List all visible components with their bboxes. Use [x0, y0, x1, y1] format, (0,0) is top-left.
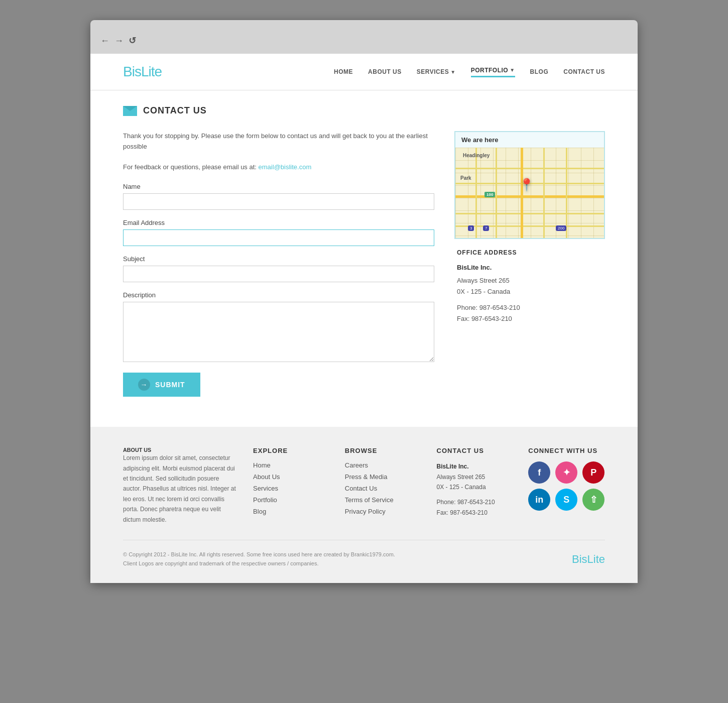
- map-container: We are here: [454, 131, 605, 239]
- footer-contact-title: CONTACT US: [437, 447, 514, 454]
- intro-text-2: For feedback or questions, please email …: [123, 162, 434, 173]
- section-title: CONTACT US: [123, 105, 605, 116]
- logo-light: Lite: [141, 64, 162, 79]
- footer-contact: CONTACT US BisLite Inc. Always Street 26…: [437, 447, 514, 525]
- pinterest-icon[interactable]: P: [582, 461, 604, 484]
- map-visual: 100 3 7 200 Headingley Park 📍: [455, 148, 604, 238]
- footer-logo[interactable]: BisLite: [572, 553, 605, 566]
- name-label: Name: [123, 183, 434, 190]
- share-icon[interactable]: ⇧: [582, 489, 604, 511]
- contact-form: Name Email Address Subject: [123, 183, 434, 397]
- contact-intro: Thank you for stopping by. Please use th…: [123, 131, 434, 173]
- footer-contact-phone: Phone: 987-6543-210: [437, 497, 514, 507]
- footer-bottom: © Copyright 2012 - BisLite Inc. All righ…: [123, 540, 605, 568]
- explore-services[interactable]: Services: [253, 485, 278, 492]
- subject-input[interactable]: [123, 266, 434, 282]
- submit-button[interactable]: → SUBMIT: [123, 373, 200, 397]
- footer-about-text: Lorem ipsum dolor sit amet, consectetur …: [123, 453, 238, 525]
- footer-about-title: ABOUT US: [123, 447, 238, 453]
- footer-contact-company: BisLite Inc.: [437, 461, 514, 472]
- contact-form-column: Thank you for stopping by. Please use th…: [123, 131, 434, 397]
- site-header: BisLite HOME ABOUT US SERVICES ▼ PORTFOL…: [90, 54, 638, 90]
- dribbble-icon[interactable]: ✦: [555, 461, 577, 484]
- office-fax: Fax: 987-6543-210: [457, 313, 602, 324]
- description-label: Description: [123, 291, 434, 299]
- skype-icon[interactable]: S: [555, 489, 577, 511]
- browse-terms[interactable]: Terms of Service: [345, 496, 394, 504]
- map-label-headingley: Headingley: [463, 153, 490, 158]
- map-pin: 📍: [519, 178, 534, 192]
- footer-contact-address1: Always Street 265: [437, 472, 514, 482]
- submit-label: SUBMIT: [155, 381, 185, 389]
- footer-browse: BROWSE Careers Press & Media Contact Us …: [345, 447, 422, 525]
- browse-contact[interactable]: Contact Us: [345, 485, 377, 492]
- form-group-email: Email Address: [123, 219, 434, 246]
- subject-label: Subject: [123, 255, 434, 263]
- footer-contact-fax: Fax: 987-6543-210: [437, 508, 514, 518]
- footer-browse-list: Careers Press & Media Contact Us Terms o…: [345, 461, 422, 515]
- explore-about[interactable]: About Us: [253, 473, 280, 481]
- list-item: Privacy Policy: [345, 508, 422, 515]
- contact-email-link[interactable]: email@bislite.com: [259, 163, 312, 171]
- explore-blog[interactable]: Blog: [253, 508, 266, 515]
- form-group-description: Description: [123, 291, 434, 364]
- facebook-icon[interactable]: f: [528, 461, 550, 484]
- nav-about[interactable]: ABOUT US: [368, 68, 402, 75]
- list-item: Blog: [253, 508, 330, 515]
- main-content: CONTACT US Thank you for stopping by. Pl…: [90, 90, 638, 427]
- site-logo[interactable]: BisLite: [123, 64, 162, 80]
- contact-heading: CONTACT US: [143, 105, 207, 116]
- intro-text-1: Thank you for stopping by. Please use th…: [123, 131, 434, 152]
- office-title: OFFICE ADDRESS: [457, 249, 602, 256]
- office-address2: 0X - 125 - Canada: [457, 286, 602, 297]
- list-item: Contact Us: [345, 485, 422, 492]
- browse-privacy[interactable]: Privacy Policy: [345, 508, 386, 515]
- list-item: Terms of Service: [345, 496, 422, 504]
- refresh-button[interactable]: ↺: [129, 35, 136, 46]
- explore-portfolio[interactable]: Portfolio: [253, 496, 277, 504]
- form-group-subject: Subject: [123, 255, 434, 282]
- contact-layout: Thank you for stopping by. Please use th…: [123, 131, 605, 397]
- form-group-name: Name: [123, 183, 434, 210]
- browse-careers[interactable]: Careers: [345, 461, 368, 469]
- browse-press[interactable]: Press & Media: [345, 473, 388, 481]
- forward-button[interactable]: →: [114, 36, 124, 46]
- back-button[interactable]: ←: [100, 36, 109, 46]
- name-input[interactable]: [123, 193, 434, 210]
- linkedin-icon[interactable]: in: [528, 489, 550, 511]
- services-dropdown-arrow: ▼: [450, 69, 455, 75]
- office-phone: Phone: 987-6543-210: [457, 302, 602, 313]
- explore-home[interactable]: Home: [253, 461, 271, 469]
- submit-arrow-icon: →: [138, 379, 150, 391]
- map-header: We are here: [455, 132, 604, 148]
- footer-logo-bold: Bis: [572, 553, 587, 565]
- nav-portfolio[interactable]: PORTFOLIO ▼: [471, 67, 515, 77]
- site-footer: ABOUT US Lorem ipsum dolor sit amet, con…: [90, 427, 638, 583]
- email-label: Email Address: [123, 219, 434, 226]
- copyright-block: © Copyright 2012 - BisLite Inc. All righ…: [123, 550, 395, 568]
- list-item: Home: [253, 461, 330, 469]
- footer-contact-address2: 0X - 125 - Canada: [437, 482, 514, 492]
- footer-explore-list: Home About Us Services Portfolio Blog: [253, 461, 330, 515]
- nav-services[interactable]: SERVICES ▼: [417, 68, 456, 75]
- footer-explore-title: EXPLORE: [253, 447, 330, 454]
- email-input[interactable]: [123, 229, 434, 246]
- description-textarea[interactable]: [123, 302, 434, 362]
- footer-connect-title: CONNECT WITH US: [528, 447, 605, 454]
- main-nav: HOME ABOUT US SERVICES ▼ PORTFOLIO ▼ BLO…: [334, 67, 605, 77]
- logo-bold: Bis: [123, 64, 141, 79]
- list-item: About Us: [253, 473, 330, 481]
- office-address: OFFICE ADDRESS BisLite Inc. Always Stree…: [454, 249, 605, 324]
- footer-connect: CONNECT WITH US f ✦ P in S ⇧: [528, 447, 605, 525]
- nav-blog[interactable]: BLOG: [530, 68, 549, 75]
- contact-info-column: We are here: [454, 131, 605, 324]
- nav-home[interactable]: HOME: [334, 68, 353, 75]
- footer-explore: EXPLORE Home About Us Services Portfolio…: [253, 447, 330, 525]
- footer-about: ABOUT US Lorem ipsum dolor sit amet, con…: [123, 447, 238, 525]
- office-company: BisLite Inc.: [457, 262, 602, 273]
- copyright-text-2: Client Logos are copyright and trademark…: [123, 559, 395, 568]
- footer-browse-title: BROWSE: [345, 447, 422, 454]
- copyright-text-1: © Copyright 2012 - BisLite Inc. All righ…: [123, 550, 395, 559]
- map-label-park: Park: [460, 175, 471, 181]
- nav-contact[interactable]: CONTACT US: [563, 68, 605, 75]
